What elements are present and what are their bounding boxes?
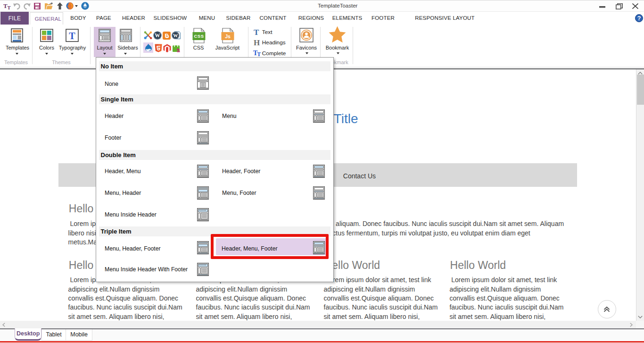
- svg-text:W: W: [155, 33, 161, 38]
- svg-text:T: T: [69, 31, 76, 41]
- svg-text:Js: Js: [225, 33, 231, 39]
- svg-text:T: T: [8, 5, 11, 10]
- svg-text:W: W: [173, 33, 178, 38]
- svg-text:CSS: CSS: [194, 33, 204, 39]
